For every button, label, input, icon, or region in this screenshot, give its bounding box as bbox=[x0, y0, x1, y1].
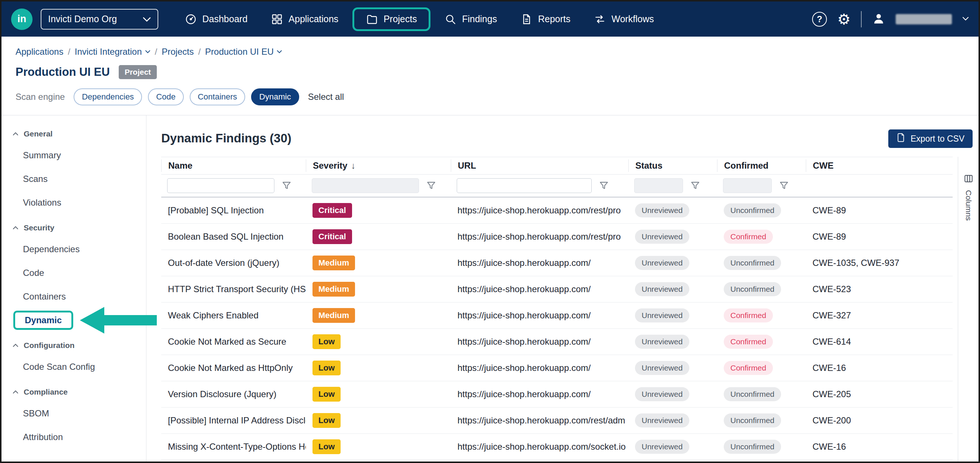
chevron-up-icon bbox=[13, 390, 19, 394]
col-header-url[interactable]: URL bbox=[451, 159, 628, 172]
table-row[interactable]: Missing X-Content-Type-Options He Low ht… bbox=[161, 434, 953, 460]
sidebar-item-attribution[interactable]: Attribution bbox=[2, 425, 146, 449]
table-row[interactable]: HTTP Strict Transport Security (HST Medi… bbox=[161, 276, 953, 302]
table-row[interactable]: [Possible] Internal IP Address Disclo Lo… bbox=[161, 407, 953, 434]
filter-funnel-icon[interactable] bbox=[779, 181, 789, 191]
table-row[interactable]: Cookie Not Marked as Secure Low https://… bbox=[161, 329, 953, 355]
filter-funnel-icon[interactable] bbox=[690, 181, 700, 191]
report-document-icon bbox=[521, 13, 533, 25]
cell-cwe: CWE-16 bbox=[806, 363, 953, 373]
topbar-divider bbox=[861, 11, 862, 27]
engine-pill-containers[interactable]: Containers bbox=[190, 88, 245, 105]
nav-item-dashboard[interactable]: Dashboard bbox=[173, 13, 259, 25]
cell-url: https://juice-shop.herokuapp.com/socket.… bbox=[451, 442, 628, 452]
engine-pill-code[interactable]: Code bbox=[148, 88, 184, 105]
table-row[interactable]: Boolean Based SQL Injection Critical htt… bbox=[161, 224, 953, 250]
columns-tab-label: Columns bbox=[964, 190, 973, 221]
gear-icon[interactable]: ⚙ bbox=[837, 12, 851, 27]
cell-name: Cookie Not Marked as Secure bbox=[161, 337, 306, 347]
sidebar-item-dependencies[interactable]: Dependencies bbox=[2, 237, 146, 261]
filter-funnel-icon[interactable] bbox=[599, 181, 609, 191]
table-row[interactable]: Out-of-date Version (jQuery) Medium http… bbox=[161, 250, 953, 276]
cell-cwe: CWE-89 bbox=[806, 231, 953, 242]
col-header-name[interactable]: Name bbox=[161, 159, 306, 172]
confirmed-pill: Confirmed bbox=[724, 361, 773, 375]
filter-name-input[interactable] bbox=[167, 178, 274, 193]
topbar-right-cluster: ? ⚙ bbox=[812, 11, 969, 27]
chevron-down-icon bbox=[277, 50, 282, 54]
export-csv-button[interactable]: Export to CSV bbox=[888, 129, 973, 148]
sidebar-item-code-scan-config[interactable]: Code Scan Config bbox=[2, 355, 146, 379]
user-menu-chevron-icon[interactable] bbox=[962, 16, 969, 22]
table-filter-row bbox=[161, 175, 953, 197]
breadcrumb-separator: / bbox=[68, 46, 70, 57]
table-row[interactable]: Cookie Not Marked as HttpOnly Low https:… bbox=[161, 355, 953, 381]
sidebar-item-sbom[interactable]: SBOM bbox=[2, 402, 146, 425]
cell-name: Version Disclosure (Jquery) bbox=[161, 389, 306, 399]
filter-funnel-icon[interactable] bbox=[282, 181, 291, 191]
nav-item-projects[interactable]: Projects bbox=[354, 13, 429, 25]
sidebar-section-configuration[interactable]: Configuration bbox=[2, 336, 146, 355]
severity-badge: Low bbox=[312, 334, 340, 349]
sidebar-item-scans[interactable]: Scans bbox=[2, 167, 146, 191]
export-document-icon bbox=[896, 133, 906, 145]
confirmed-pill: Unconfirmed bbox=[724, 387, 781, 401]
severity-badge: Low bbox=[312, 387, 340, 402]
nav-label: Findings bbox=[462, 14, 497, 24]
cell-name: Out-of-date Version (jQuery) bbox=[161, 258, 306, 268]
cell-cwe: CWE-523 bbox=[806, 284, 953, 294]
sidebar-item-code[interactable]: Code bbox=[2, 261, 146, 285]
chevron-up-icon bbox=[13, 226, 19, 230]
breadcrumb-invicti-integration[interactable]: Invicti Integration bbox=[75, 46, 150, 57]
col-header-cwe[interactable]: CWE bbox=[806, 159, 953, 172]
sidebar-section-compliance[interactable]: Compliance bbox=[2, 382, 146, 402]
filter-status-input[interactable] bbox=[634, 178, 683, 193]
col-header-status[interactable]: Status bbox=[628, 159, 717, 172]
sort-descending-icon[interactable]: ↓ bbox=[351, 161, 355, 171]
org-selector-dropdown[interactable]: Invicti Demo Org bbox=[41, 9, 158, 30]
user-avatar-icon[interactable] bbox=[872, 12, 885, 27]
breadcrumb-projects[interactable]: Projects bbox=[162, 46, 194, 57]
cell-url: https://juice-shop.herokuapp.com/ bbox=[451, 284, 628, 294]
sidebar-item-containers[interactable]: Containers bbox=[2, 285, 146, 309]
nav-item-applications[interactable]: Applications bbox=[259, 13, 350, 25]
help-glyph: ? bbox=[817, 14, 822, 24]
columns-panel-tab[interactable]: Columns bbox=[958, 157, 978, 462]
cell-cwe: CWE-205 bbox=[806, 389, 953, 399]
filter-severity-input[interactable] bbox=[312, 178, 419, 193]
confirmed-pill: Unconfirmed bbox=[724, 204, 781, 218]
breadcrumb-production-ui-eu[interactable]: Production UI EU bbox=[205, 46, 282, 57]
sidebar-item-violations[interactable]: Violations bbox=[2, 191, 146, 215]
nav-item-workflows[interactable]: Workflows bbox=[582, 13, 666, 25]
logo-text: in bbox=[18, 13, 26, 25]
invicti-logo[interactable]: in bbox=[11, 8, 33, 30]
engine-pill-dynamic[interactable]: Dynamic bbox=[251, 88, 299, 105]
severity-badge: Medium bbox=[312, 256, 355, 270]
col-header-confirmed[interactable]: Confirmed bbox=[717, 159, 806, 172]
scan-engine-label: Scan engine bbox=[16, 92, 65, 102]
col-header-severity[interactable]: Severity ↓ bbox=[306, 159, 451, 172]
help-icon[interactable]: ? bbox=[812, 12, 827, 27]
nav-item-reports[interactable]: Reports bbox=[509, 13, 582, 25]
scan-engine-row: Scan engine Dependencies Code Containers… bbox=[16, 88, 964, 115]
cell-name: Missing X-Content-Type-Options He bbox=[161, 442, 306, 452]
cell-cwe: CWE-200 bbox=[806, 415, 953, 426]
sidebar-section-general[interactable]: General bbox=[2, 124, 146, 143]
filter-confirmed-input[interactable] bbox=[723, 178, 772, 193]
breadcrumb-applications[interactable]: Applications bbox=[16, 46, 63, 57]
table-row[interactable]: Weak Ciphers Enabled Medium https://juic… bbox=[161, 302, 953, 329]
cell-url: https://juice-shop.herokuapp.com/ bbox=[451, 363, 628, 373]
nav-label: Dashboard bbox=[202, 14, 247, 24]
select-all-button[interactable]: Select all bbox=[308, 92, 344, 102]
project-type-badge: Project bbox=[119, 65, 157, 79]
cell-name: [Possible] Internal IP Address Disclo bbox=[161, 415, 306, 426]
table-row[interactable]: Version Disclosure (Jquery) Low https://… bbox=[161, 381, 953, 407]
engine-pill-dependencies[interactable]: Dependencies bbox=[73, 88, 142, 105]
nav-item-findings[interactable]: Findings bbox=[433, 13, 509, 25]
sidebar-item-summary[interactable]: Summary bbox=[2, 143, 146, 167]
filter-funnel-icon[interactable] bbox=[426, 181, 436, 191]
table-row[interactable]: [Probable] SQL Injection Critical https:… bbox=[161, 197, 953, 224]
sidebar-section-security[interactable]: Security bbox=[2, 218, 146, 237]
filter-url-input[interactable] bbox=[457, 178, 592, 193]
breadcrumb: Applications / Invicti Integration / Pro… bbox=[16, 46, 964, 57]
